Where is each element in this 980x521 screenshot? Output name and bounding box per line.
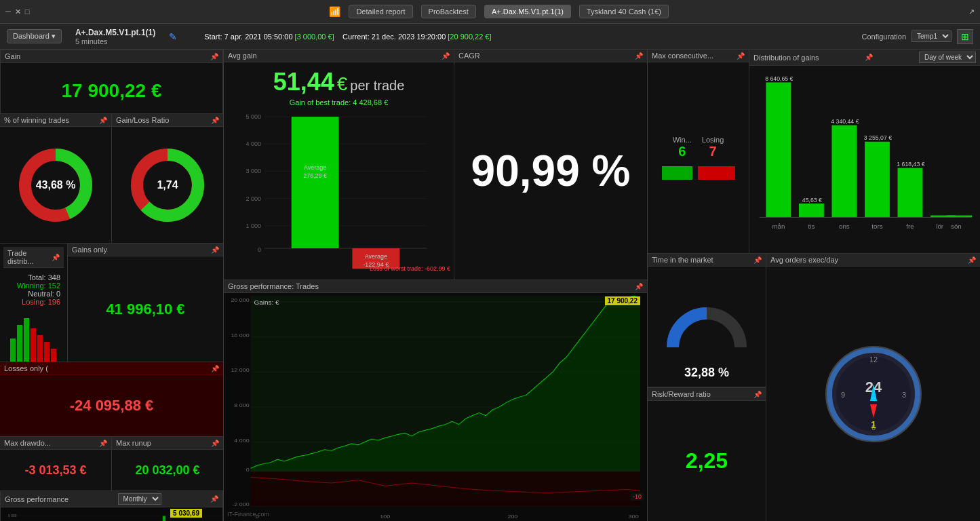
svg-text:276,29 €: 276,29 €	[303, 172, 327, 179]
svg-text:3 000: 3 000	[246, 168, 260, 174]
losses-pin[interactable]: 📌	[211, 365, 219, 372]
max-drawdown-value: -3 013,53 €	[0, 450, 111, 490]
svg-rect-126	[799, 204, 824, 217]
close-icon[interactable]: ✕	[15, 7, 21, 16]
lose-bar	[698, 166, 735, 180]
risk-reward-value: 2,25	[648, 401, 766, 521]
consec-row: Win... 6 Losing 7	[673, 136, 724, 159]
max-drawdown-pin[interactable]: 📌	[99, 440, 107, 447]
neutral-value: 0	[56, 290, 60, 298]
svg-text:8 000: 8 000	[234, 402, 250, 408]
svg-rect-7	[31, 328, 36, 362]
center-panel: Avg gain 📌 51,44 € per trade Gain of bes…	[224, 50, 648, 521]
strategy-dates: Start: 7 apr. 2021 05:50:00 [3 000,00 €]…	[204, 33, 491, 41]
gain-header-label: Gain	[5, 52, 20, 60]
current-amount: [20 900,22 €]	[448, 33, 491, 41]
strategy-bar: Dashboard ▾ A+.Dax.M5.V1.pt.1(1) 5 minut…	[0, 24, 980, 50]
total-label: Total:	[28, 273, 45, 282]
trade-dist-pin[interactable]: 📌	[52, 254, 60, 261]
avg-orders-header: Avg orders exec/day 📌	[766, 254, 980, 267]
svg-text:3: 3	[901, 391, 905, 399]
gain-pin-icon[interactable]: 📌	[210, 53, 218, 60]
svg-text:0: 0	[258, 246, 261, 253]
distribution-pin[interactable]: 📌	[865, 54, 873, 61]
max-runup-pin[interactable]: 📌	[211, 440, 219, 447]
total-value: 348	[48, 273, 60, 282]
tab-probacktest[interactable]: ProBacktest	[421, 5, 476, 18]
time-gauge: 32,88 %	[648, 267, 766, 387]
svg-text:Average: Average	[365, 253, 387, 260]
trade-neutral: Neutral: 0	[7, 290, 60, 298]
svg-text:-2 000: -2 000	[232, 501, 250, 507]
svg-text:1: 1	[871, 419, 876, 430]
config-grid-icon[interactable]: ⊞	[957, 29, 973, 44]
max-runup-label: Max runup	[116, 439, 151, 447]
config-template-select[interactable]: Temp1	[912, 31, 952, 42]
svg-rect-114	[251, 471, 640, 507]
cagr-pin[interactable]: 📌	[635, 52, 643, 60]
right-panel: Max consecutive... 📌 Win... 6 Losing 7	[648, 50, 980, 521]
svg-text:fre: fre	[906, 223, 914, 230]
dashboard-dropdown[interactable]: Dashboard ▾	[7, 29, 62, 43]
gain-value: 17 900,22 €	[1, 63, 222, 105]
svg-text:sön: sön	[951, 223, 962, 230]
avg-gain-pin[interactable]: 📌	[442, 52, 450, 60]
win-pct-pin[interactable]: 📌	[99, 117, 107, 124]
gains-only-header: Gains only 📌	[68, 244, 223, 256]
svg-text:tis: tis	[808, 223, 815, 230]
gains-only-pin[interactable]: 📌	[211, 246, 219, 254]
gain-loss-donut-container: 1,74	[112, 127, 223, 243]
distribution-widget: Distribution of gains 📌 Day of week 8 64…	[749, 50, 980, 253]
center-top: Avg gain 📌 51,44 € per trade Gain of bes…	[224, 50, 647, 280]
strategy-name: A+.Dax.M5.V1.pt.1(1)	[75, 28, 155, 37]
cagr-widget: CAGR 📌 90,99 %	[454, 50, 647, 279]
svg-text:Gains: €: Gains: €	[254, 300, 280, 306]
time-market-pin[interactable]: 📌	[753, 256, 762, 264]
tab-strategy[interactable]: A+.Dax.M5.V1.pt.1(1)	[484, 5, 571, 18]
topbar-left: ─ ✕ □	[5, 7, 29, 16]
gross-trades-widget: Gross performance: Trades 📌 17 900,22 -1…	[224, 280, 647, 521]
main-content: Gain 📌 17 900,22 € % of winning trades 📌	[0, 50, 980, 521]
current-date: 21 dec. 2023 19:20:00	[372, 33, 446, 41]
worst-trade-label: Loss of worst trade: -602,99 €	[370, 265, 450, 272]
distribution-dropdown[interactable]: Day of week	[919, 52, 976, 63]
time-market-label: Time in the market	[652, 256, 713, 264]
trade-row: Trade distrib... 📌 Total: 348 Winning: 1…	[0, 243, 223, 362]
risk-reward-pin[interactable]: 📌	[753, 391, 762, 398]
svg-text:200: 200	[507, 513, 517, 519]
share-icon[interactable]: ↗	[968, 7, 975, 16]
consec-bar-row	[662, 166, 735, 180]
start-label: Start:	[204, 33, 222, 41]
gross-monthly-chart-area: 5 030,69 5 000 4 000 3 000 2 000 1 000	[1, 507, 222, 521]
tab-instrument[interactable]: Tyskland 40 Cash (1€)	[579, 5, 669, 18]
win-pct-label: % of winning trades	[4, 116, 69, 124]
svg-text:20 000: 20 000	[231, 296, 250, 303]
tab-detailed-report[interactable]: Detailed report	[349, 5, 412, 18]
trade-losing: Losing: 196	[7, 298, 60, 306]
losses-label: Losses only (	[4, 364, 48, 372]
edit-icon[interactable]: ✎	[169, 31, 177, 42]
time-gauge-svg	[663, 293, 751, 361]
win-pct-header: % of winning trades 📌	[0, 114, 111, 127]
maximize-icon[interactable]: □	[25, 7, 30, 16]
max-consec-pin[interactable]: 📌	[737, 52, 745, 60]
max-consec-label: Max consecutive...	[652, 52, 713, 60]
svg-text:12 000: 12 000	[231, 367, 250, 373]
gain-loss-value: 1,74	[157, 179, 178, 191]
losses-row: Losses only ( 📌 -24 095,88 €	[0, 362, 223, 436]
gross-monthly-pin[interactable]: 📌	[210, 495, 218, 503]
avg-orders-pin[interactable]: 📌	[968, 256, 976, 264]
svg-rect-9	[44, 342, 50, 362]
gain-loss-pin[interactable]: 📌	[211, 117, 219, 124]
gross-monthly-dropdown[interactable]: Monthly	[118, 493, 161, 505]
distribution-label: Distribution of gains	[753, 54, 819, 62]
win-pct-donut-container: 43,68 %	[0, 127, 111, 243]
cagr-value: 90,99 %	[471, 146, 631, 196]
minus-icon[interactable]: ─	[5, 7, 11, 16]
start-amount: [3 000,00 €]	[295, 33, 334, 41]
gross-trades-pin[interactable]: 📌	[635, 283, 643, 290]
avg-gain-widget: Avg gain 📌 51,44 € per trade Gain of bes…	[224, 50, 454, 279]
svg-text:9: 9	[840, 391, 844, 399]
topbar-center: 📶 Detailed report ProBacktest A+.Dax.M5.…	[36, 5, 962, 18]
avg-gain-chart: 5 000 4 000 3 000 2 000 1 000 0	[224, 109, 454, 292]
